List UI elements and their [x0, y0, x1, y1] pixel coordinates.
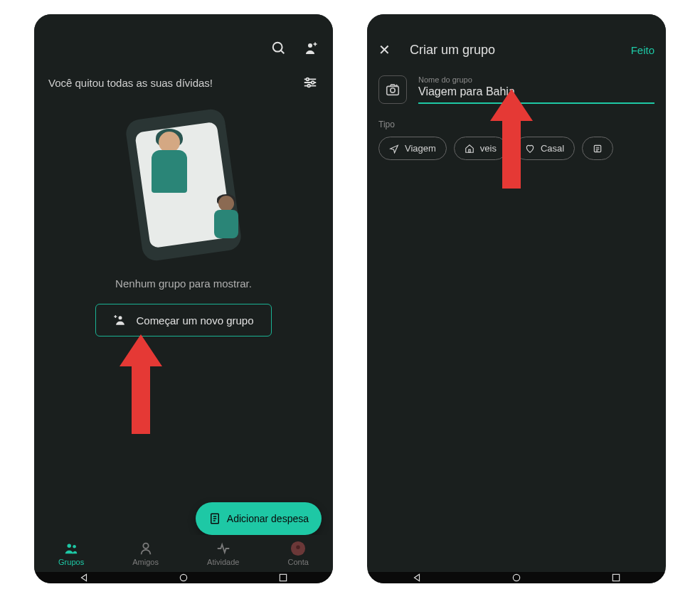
add-people-icon[interactable]: [302, 40, 319, 57]
svg-rect-31: [469, 149, 470, 152]
annotation-arrow: [116, 334, 166, 434]
svg-point-25: [180, 574, 186, 581]
nav-account[interactable]: Conta: [288, 541, 309, 566]
settled-text: Você quitou todas as suas dívidas!: [48, 77, 213, 89]
phone-groups-empty: Você quitou todas as suas dívidas! Nenhu…: [34, 14, 333, 583]
nav-groups[interactable]: Grupos: [58, 541, 84, 566]
nav-friends[interactable]: Amigos: [132, 541, 159, 566]
svg-point-24: [296, 545, 300, 549]
svg-point-11: [307, 85, 310, 88]
nav-account-label: Conta: [288, 558, 309, 566]
svg-point-28: [391, 88, 395, 92]
start-new-group-button[interactable]: Começar um novo grupo: [95, 304, 271, 336]
back-icon[interactable]: [412, 573, 422, 583]
heart-icon: [525, 144, 535, 154]
type-section-label: Tipo: [367, 107, 666, 137]
account-icon: [290, 541, 306, 556]
settled-row: Você quitou todas as suas dívidas!: [34, 65, 333, 100]
group-name-input[interactable]: Viagem para Bahia: [418, 85, 654, 104]
create-group-header: ✕ Criar um grupo Feito: [367, 31, 666, 68]
nav-activity[interactable]: Atividade: [207, 541, 239, 566]
recent-icon[interactable]: [278, 573, 288, 583]
groups-icon: [63, 541, 79, 556]
camera-icon: [385, 82, 401, 97]
svg-point-36: [513, 574, 519, 581]
android-nav-bar: [367, 572, 666, 583]
svg-point-9: [307, 78, 309, 81]
fab-label: Adicionar despesa: [227, 513, 309, 524]
filter-icon[interactable]: [302, 74, 319, 91]
add-expense-fab[interactable]: Adicionar despesa: [196, 502, 322, 535]
chip-other[interactable]: [582, 137, 613, 160]
home-icon[interactable]: [179, 573, 189, 583]
svg-rect-37: [612, 574, 619, 581]
start-group-label: Começar um novo grupo: [136, 314, 253, 327]
back-icon[interactable]: [79, 573, 89, 583]
recent-icon[interactable]: [611, 573, 621, 583]
add-group-icon: [113, 313, 127, 327]
top-header: [34, 31, 333, 65]
android-nav-bar: [34, 572, 333, 583]
list-icon: [593, 144, 603, 154]
empty-state-text: Nenhum grupo para mostrar.: [115, 277, 252, 290]
nav-friends-label: Amigos: [132, 558, 159, 566]
svg-rect-26: [280, 574, 286, 581]
status-bar: [34, 14, 333, 31]
home-icon[interactable]: [511, 573, 521, 583]
illustration-area: Nenhum grupo para mostrar. Começar um no…: [34, 100, 333, 336]
bottom-nav: Grupos Amigos Atividade Conta: [34, 535, 333, 572]
status-bar: [367, 14, 666, 31]
chip-couple-label: Casal: [541, 143, 564, 154]
friends-icon: [138, 541, 154, 556]
activity-icon: [216, 541, 231, 556]
house-icon: [465, 144, 474, 154]
nav-groups-label: Grupos: [58, 558, 84, 566]
nav-activity-label: Atividade: [207, 558, 239, 566]
chip-trip[interactable]: Viagem: [378, 137, 447, 160]
svg-point-22: [143, 544, 148, 548]
svg-point-0: [273, 43, 282, 52]
svg-point-12: [119, 316, 122, 319]
svg-point-20: [68, 544, 72, 548]
svg-line-1: [281, 51, 285, 54]
page-title: Criar um grupo: [410, 43, 617, 58]
svg-point-21: [73, 545, 76, 548]
search-icon[interactable]: [270, 40, 287, 57]
group-name-field[interactable]: Nome do grupo Viagem para Bahia: [418, 75, 654, 104]
close-icon[interactable]: ✕: [378, 41, 396, 58]
chip-trip-label: Viagem: [405, 143, 436, 154]
svg-point-2: [308, 43, 312, 48]
empty-illustration: [112, 107, 255, 263]
group-name-row: Nome do grupo Viagem para Bahia: [367, 68, 666, 107]
done-button[interactable]: Feito: [631, 44, 654, 56]
chip-couple[interactable]: Casal: [514, 137, 575, 160]
group-name-label: Nome do grupo: [418, 75, 654, 84]
type-chips-row: Viagem veis Casal: [367, 137, 666, 160]
svg-point-10: [312, 81, 314, 84]
receipt-icon: [208, 512, 221, 525]
add-photo-button[interactable]: [378, 75, 407, 104]
chip-home-label: veis: [480, 143, 497, 154]
plane-icon: [389, 144, 399, 154]
chip-home[interactable]: veis: [454, 137, 507, 160]
phone-create-group: ✕ Criar um grupo Feito Nome do grupo Via…: [367, 14, 666, 583]
